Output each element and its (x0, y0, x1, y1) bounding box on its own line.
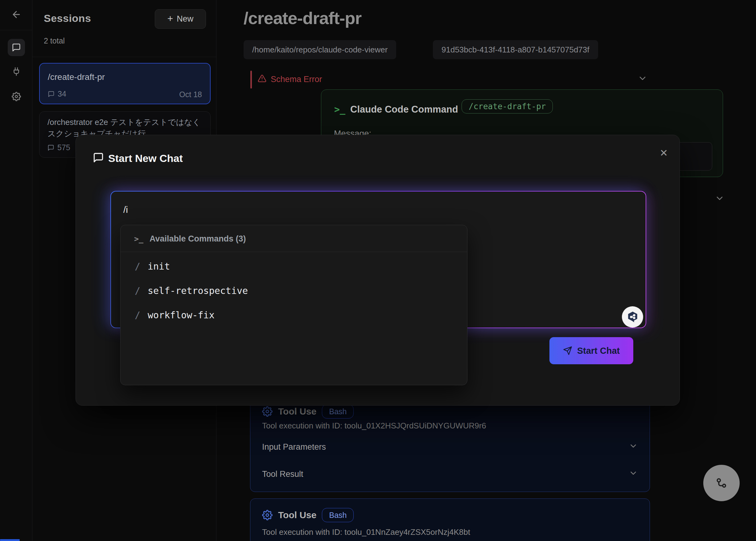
plus-icon: + (168, 14, 173, 23)
command-name: workflow-fix (148, 310, 214, 320)
command-option-init[interactable]: / init (121, 254, 467, 279)
project-path-badge: /home/kaito/repos/claude-code-viewer (243, 40, 396, 59)
message-square-icon (12, 43, 21, 52)
command-name-badge: /create-draft-pr (462, 99, 553, 114)
command-option-workflow-fix[interactable]: / workflow-fix (121, 303, 467, 327)
git-fab-button[interactable] (703, 465, 740, 501)
tool-result-section-label[interactable]: Tool Result (262, 469, 303, 479)
page-title: /create-draft-pr (243, 8, 361, 28)
start-new-chat-modal: Start New Chat ✕ /i >_ Available Command… (76, 135, 680, 406)
gear-icon (12, 92, 21, 101)
sessions-panel-title: Sessions (44, 12, 91, 24)
available-commands-popover: >_ Available Commands (3) / init / self-… (120, 225, 467, 385)
session-date: Oct 18 (179, 90, 202, 99)
rail-divider (0, 30, 32, 30)
warning-triangle-icon (258, 74, 266, 83)
session-message-count: 575 (57, 143, 70, 152)
tool-use-title: Tool Use (278, 406, 316, 417)
schema-error-label: Schema Error (271, 75, 322, 84)
chevron-down-icon[interactable] (629, 441, 638, 451)
session-title: /create-draft-pr (48, 72, 105, 82)
chevron-down-icon[interactable] (715, 194, 725, 203)
command-prefix: / (135, 285, 140, 296)
tool-use-card: Tool Use Bash Tool execution with ID: to… (250, 398, 650, 492)
new-session-button-label: New (177, 14, 193, 24)
command-option-self-retrospective[interactable]: / self-retrospective (121, 278, 467, 303)
new-session-button[interactable]: + New (155, 9, 206, 29)
tool-use-title: Tool Use (278, 510, 316, 520)
back-button[interactable] (8, 6, 25, 23)
start-chat-button[interactable]: Start Chat (550, 337, 633, 364)
rail-bottom-accent (0, 539, 20, 541)
tool-use-card: Tool Use Bash Tool execution with ID: to… (250, 498, 650, 541)
send-icon (563, 346, 572, 355)
chevron-down-icon[interactable] (638, 73, 647, 83)
tool-execution-id: Tool execution with ID: toolu_01X2HSJQrd… (262, 421, 486, 431)
command-prefix: / (135, 261, 140, 272)
sessions-divider (32, 57, 216, 57)
app-window: Sessions + New 2 total /create-draft-pr … (0, 0, 756, 541)
terminal-prompt-icon: >_ (334, 104, 345, 115)
plug-icon (12, 67, 21, 76)
message-square-icon (93, 152, 104, 163)
tool-gear-icon (262, 510, 272, 520)
message-count-icon (48, 91, 55, 98)
message-count-icon (48, 144, 54, 151)
session-message-count: 34 (58, 90, 66, 98)
session-id-badge: 91d53bcb-413f-4118-a807-b1457075d73f (433, 40, 598, 59)
sessions-total-count: 2 total (44, 36, 65, 45)
input-parameters-section-label[interactable]: Input Parameters (262, 442, 326, 452)
claude-code-viewer-logo (622, 306, 643, 327)
start-chat-button-label: Start Chat (577, 346, 620, 356)
schema-error-accent-bar (250, 71, 252, 89)
tool-name-badge: Bash (322, 404, 354, 418)
nav-settings-button[interactable] (8, 88, 25, 105)
chat-input-value: /i (123, 205, 128, 215)
nav-plugins-button[interactable] (8, 63, 25, 80)
tool-gear-icon (262, 406, 272, 417)
command-prefix: / (135, 310, 140, 320)
close-button[interactable]: ✕ (657, 146, 671, 160)
available-commands-header: Available Commands (3) (150, 234, 246, 244)
icon-rail (0, 0, 32, 541)
command-name: self-retrospective (148, 285, 248, 296)
modal-title: Start New Chat (108, 152, 183, 164)
terminal-prompt-icon: >_ (134, 235, 143, 244)
arrow-left-icon (11, 9, 22, 20)
tool-execution-id: Tool execution with ID: toolu_01NnZaey4r… (262, 527, 470, 537)
command-name: init (148, 261, 170, 272)
session-list-item-active[interactable]: /create-draft-pr 34 Oct 18 (39, 63, 210, 104)
git-pull-request-icon (714, 476, 729, 490)
tool-name-badge: Bash (322, 508, 354, 522)
chevron-down-icon[interactable] (629, 468, 638, 478)
nav-chats-button[interactable] (8, 39, 25, 56)
command-card-title: Claude Code Command (350, 104, 458, 115)
